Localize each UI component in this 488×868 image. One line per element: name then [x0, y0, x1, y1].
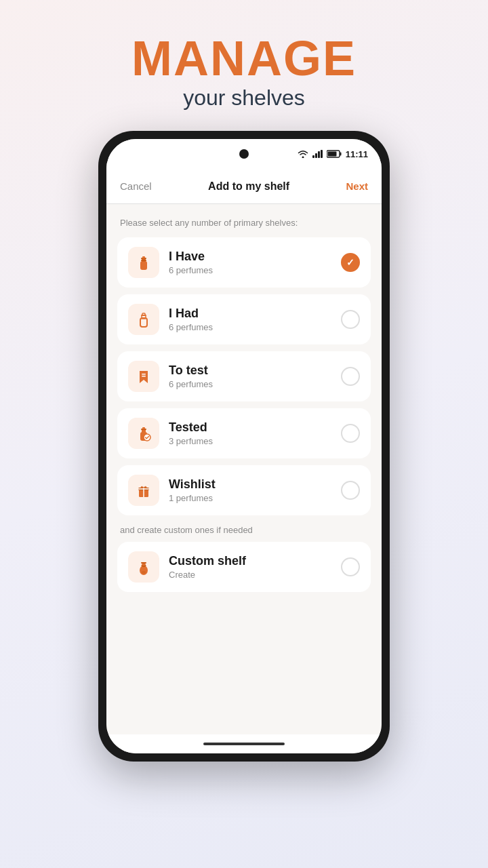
nav-title: Add to my shelf — [208, 180, 289, 193]
shelf-name-custom: Custom shelf — [169, 554, 341, 568]
custom-instruction: and create custom ones if needed — [120, 525, 368, 535]
shelf-name-tested: Tested — [169, 420, 341, 435]
home-indicator — [106, 734, 382, 753]
shelf-count-tested: 3 perfumes — [169, 436, 341, 446]
shelf-info-to-test: To test 6 perfumes — [169, 363, 341, 389]
gift-icon — [134, 481, 153, 500]
phone-frame: 11:11 Cancel Add to my shelf Next Please… — [98, 131, 390, 762]
shelf-name-i-had: I Had — [169, 307, 341, 321]
shelf-info-i-had: I Had 6 perfumes — [169, 307, 341, 332]
custom-bottle-icon — [134, 557, 153, 576]
svg-rect-6 — [142, 256, 145, 258]
shelf-icon-wrapper-custom — [128, 551, 159, 583]
shelf-name-to-test: To test — [169, 363, 341, 378]
shelf-info-custom: Custom shelf Create — [169, 554, 341, 580]
signal-bars — [312, 150, 323, 158]
shelf-item-to-test[interactable]: To test 6 perfumes — [117, 351, 371, 401]
checkbox-tested[interactable] — [341, 424, 360, 443]
svg-rect-1 — [340, 153, 341, 156]
shelf-icon-wrapper-to-test — [128, 361, 159, 392]
shelf-icon-wrapper-wishlist — [128, 475, 159, 506]
main-title: MANAGE — [131, 34, 357, 83]
main-subtitle: your shelves — [131, 85, 357, 111]
shelf-info-i-have: I Have 6 perfumes — [169, 250, 341, 275]
checkbox-i-had[interactable] — [341, 310, 360, 329]
checkbox-to-test[interactable] — [341, 367, 360, 386]
perfume-outline-icon — [134, 310, 153, 329]
shelf-item-custom[interactable]: Custom shelf Create — [117, 542, 371, 592]
shelf-item-i-had[interactable]: I Had 6 perfumes — [117, 294, 371, 344]
shelf-action-custom: Create — [169, 570, 341, 580]
svg-rect-17 — [142, 427, 145, 429]
status-bar: 11:11 — [106, 139, 382, 169]
cancel-button[interactable]: Cancel — [120, 180, 152, 192]
perfume-check-icon — [134, 424, 153, 443]
shelf-info-tested: Tested 3 perfumes — [169, 420, 341, 446]
checkbox-custom[interactable] — [341, 557, 360, 576]
shelf-count-i-had: 6 perfumes — [169, 322, 341, 332]
checkbox-wishlist[interactable] — [341, 481, 360, 500]
checkbox-i-have[interactable] — [341, 253, 360, 272]
shelf-name-wishlist: Wishlist — [169, 477, 341, 492]
content-area: Please select any number of primary shel… — [106, 204, 382, 734]
bookmark-icon — [134, 367, 153, 386]
svg-rect-13 — [142, 376, 146, 377]
svg-rect-26 — [141, 562, 146, 564]
battery-icon — [327, 150, 342, 158]
status-time: 11:11 — [346, 149, 368, 159]
wifi-icon — [298, 150, 308, 158]
svg-rect-11 — [142, 313, 145, 315]
shelf-info-wishlist: Wishlist 1 perfumes — [169, 477, 341, 503]
svg-rect-8 — [140, 318, 147, 327]
shelf-icon-wrapper-i-have — [128, 247, 159, 278]
camera-notch — [239, 149, 249, 159]
nav-bar: Cancel Add to my shelf Next — [106, 169, 382, 204]
svg-point-7 — [141, 260, 146, 262]
home-bar — [203, 743, 285, 745]
primary-instruction: Please select any number of primary shel… — [117, 218, 371, 228]
header-section: MANAGE your shelves — [131, 34, 357, 111]
shelf-name-i-have: I Have — [169, 250, 341, 264]
shelf-count-to-test: 6 perfumes — [169, 379, 341, 389]
status-right: 11:11 — [298, 149, 368, 159]
shelf-icon-wrapper-tested — [128, 418, 159, 449]
svg-rect-2 — [327, 152, 336, 157]
shelf-icon-wrapper-i-had — [128, 304, 159, 335]
next-button[interactable]: Next — [346, 180, 368, 192]
shelf-item-i-have[interactable]: I Have 6 perfumes — [117, 237, 371, 288]
svg-point-27 — [142, 571, 146, 574]
svg-rect-12 — [142, 374, 146, 375]
shelf-count-wishlist: 1 perfumes — [169, 493, 341, 503]
svg-rect-3 — [140, 261, 147, 270]
shelf-item-wishlist[interactable]: Wishlist 1 perfumes — [117, 465, 371, 515]
phone-screen: 11:11 Cancel Add to my shelf Next Please… — [106, 139, 382, 753]
shelf-item-tested[interactable]: Tested 3 perfumes — [117, 408, 371, 458]
perfume-bottle-icon — [134, 253, 153, 272]
shelf-count-i-have: 6 perfumes — [169, 265, 341, 275]
